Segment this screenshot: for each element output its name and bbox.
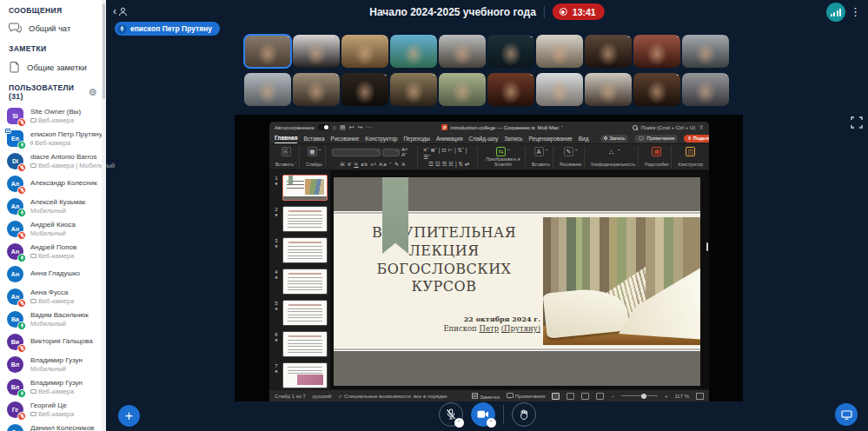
accessibility-status[interactable]: ✓ Специальные возможности: все в порядке bbox=[338, 393, 447, 399]
participant-video-tile[interactable]: ˇ bbox=[293, 73, 340, 106]
tile-options-chevron[interactable]: ˇ bbox=[627, 73, 630, 81]
tile-options-chevron[interactable]: ˇ bbox=[384, 35, 387, 43]
insert-group[interactable]: Aˇ Вставить bbox=[529, 146, 553, 168]
user-list-item[interactable]: Еп епископ Петр Прутяну Веб-камера bbox=[0, 127, 106, 149]
draw-group[interactable]: ✎ˇ Рисование bbox=[557, 146, 585, 168]
ppt-scrollbar[interactable] bbox=[706, 242, 708, 251]
sidebar-scrollbar[interactable] bbox=[102, 0, 106, 431]
font-group[interactable]: ˇˇA˄ Aˇ Ж К Ч ab x² Аa ˇ ✎ A bbox=[329, 146, 418, 168]
tile-options-chevron[interactable]: ˇ bbox=[287, 73, 289, 81]
notes-toggle[interactable]: Заметки bbox=[472, 393, 500, 400]
grid-view-icon[interactable] bbox=[567, 393, 574, 400]
slide-thumbnail-row[interactable]: 3★ bbox=[272, 237, 330, 267]
slide-thumbnail-row[interactable]: 2★ bbox=[272, 206, 330, 235]
participant-video-tile[interactable]: ˇ bbox=[487, 73, 534, 106]
participant-video-tile[interactable]: ˇ bbox=[293, 35, 340, 68]
zoom-level[interactable]: 117 % bbox=[674, 394, 689, 399]
add-button[interactable]: + bbox=[118, 405, 140, 427]
gear-icon[interactable]: ⚙ bbox=[89, 88, 97, 97]
active-speaker-pill[interactable]: епископ Петр Прутяну bbox=[115, 22, 220, 36]
zoom-out-button[interactable]: − bbox=[611, 394, 614, 399]
tile-options-chevron[interactable]: ˇ bbox=[433, 73, 435, 81]
participant-video-tile[interactable]: ˇ bbox=[244, 35, 291, 68]
autosave-toggle[interactable] bbox=[318, 124, 329, 130]
ppt-tab[interactable]: Анимация bbox=[436, 134, 463, 143]
user-list-item[interactable]: Да Даниил Колесников Веб-камера bbox=[0, 421, 106, 431]
share-icon[interactable]: ⇧ bbox=[699, 124, 704, 131]
slide-thumbnail-row[interactable]: 1★ bbox=[272, 175, 330, 204]
participant-video-tile[interactable]: ˇ bbox=[585, 35, 632, 68]
sidebar-item-general-chat[interactable]: Общий чат bbox=[0, 18, 106, 38]
tile-options-chevron[interactable]: ˇ bbox=[676, 35, 679, 43]
slide-thumbnail[interactable] bbox=[282, 237, 328, 263]
undo-icon[interactable]: ↩ bbox=[349, 124, 354, 131]
author-link[interactable]: Петр bbox=[479, 324, 499, 333]
home-icon[interactable]: ⌂ bbox=[333, 124, 336, 130]
user-list-item[interactable]: Ан Андрей Попов Веб-камера bbox=[0, 240, 106, 262]
connection-quality-indicator[interactable] bbox=[826, 3, 845, 22]
user-list-item[interactable]: Di diacre Antonio Barros Веб-камера | Мо… bbox=[0, 149, 106, 172]
tile-options-chevron[interactable]: ˇ bbox=[725, 73, 727, 81]
ppt-tab[interactable]: Рецензирование bbox=[528, 134, 572, 143]
user-list-item[interactable]: Ан Андрей Киоса Мобильный bbox=[0, 217, 106, 240]
sidebar-item-general-notes[interactable]: Общие заметки bbox=[0, 56, 106, 77]
participant-video-tile[interactable]: ˇ bbox=[536, 35, 583, 68]
ppt-tab[interactable]: Вставка bbox=[303, 134, 324, 143]
user-list-item[interactable]: Ге Георгий Це Веб-камера bbox=[0, 398, 106, 421]
user-list-item[interactable]: Ал Алексей Кузьмак Мобильный bbox=[0, 195, 106, 217]
ppt-tab[interactable]: Главная bbox=[275, 133, 297, 143]
addins-group[interactable]: ▦ Надстройки bbox=[642, 146, 672, 168]
ppt-tab[interactable]: Вид bbox=[579, 134, 589, 143]
user-list-item[interactable]: Вл Владимир Гузун Мобильный bbox=[0, 353, 106, 375]
participant-video-tile[interactable]: ˇ bbox=[439, 73, 486, 106]
tile-options-chevron[interactable]: ˇ bbox=[481, 73, 484, 81]
smartart-group[interactable]: ⇆ˇ Преобразовать в SmartArt bbox=[481, 146, 526, 168]
redo-icon[interactable]: ↪ bbox=[357, 124, 362, 131]
tile-options-chevron[interactable]: ˇ bbox=[335, 35, 338, 43]
tile-options-chevron[interactable]: ˇ bbox=[433, 35, 435, 43]
slide-thumbnail[interactable] bbox=[282, 331, 328, 357]
tile-options-chevron[interactable]: ˇ bbox=[384, 73, 387, 81]
ppt-tab[interactable]: Конструктор bbox=[365, 134, 397, 143]
user-list-item[interactable]: Ан Анна Фусса Веб-камера bbox=[0, 285, 106, 308]
search-shortcut[interactable]: Поиск (Cmd + Ctrl + U) bbox=[641, 125, 695, 130]
slide-thumbnail[interactable] bbox=[282, 206, 328, 232]
user-list-item[interactable]: Ва Вадим Васильчюк Мобильный bbox=[0, 308, 106, 330]
slide-thumbnail-row[interactable]: 6★ bbox=[272, 331, 330, 361]
tile-options-chevron[interactable]: ˇ bbox=[335, 73, 338, 81]
privacy-group[interactable]: ⛬ˇ Конфиденциальность bbox=[588, 146, 639, 168]
fullscreen-icon[interactable] bbox=[851, 116, 863, 129]
participant-video-tile[interactable]: ˇ bbox=[487, 35, 534, 68]
raise-hand-button[interactable] bbox=[512, 402, 536, 427]
participant-video-tile[interactable]: ˇ bbox=[682, 73, 729, 106]
slide-thumbnail-row[interactable]: 4★ bbox=[272, 269, 330, 298]
tile-options-chevron[interactable]: ˇ bbox=[530, 35, 533, 43]
ppt-tab[interactable]: Рисование bbox=[331, 134, 360, 143]
normal-view-icon[interactable] bbox=[552, 393, 560, 400]
zoom-slider[interactable] bbox=[621, 395, 658, 396]
tile-options-chevron[interactable]: ˇ bbox=[481, 35, 484, 43]
tile-options-chevron[interactable]: ˇ bbox=[579, 35, 581, 43]
language-indicator[interactable]: русский bbox=[313, 394, 332, 399]
slide-thumbnail-row[interactable]: 7★ bbox=[272, 362, 330, 389]
slide-thumbnail[interactable] bbox=[282, 175, 328, 201]
record-button[interactable]: Запись bbox=[600, 135, 628, 143]
author-link[interactable]: (Прутяну) bbox=[501, 324, 540, 333]
user-list-item[interactable]: Si Site Owner (Вы) Веб-камера bbox=[0, 104, 106, 127]
slide-thumbnail[interactable] bbox=[282, 362, 328, 388]
slide-thumbnail-row[interactable]: 5★ bbox=[272, 300, 330, 329]
tile-options-chevron[interactable]: ˇ bbox=[287, 35, 289, 43]
participant-video-tile[interactable]: ˇ bbox=[390, 35, 437, 68]
camera-options-badge[interactable]: ˇ bbox=[487, 418, 496, 428]
share-screen-button[interactable] bbox=[835, 403, 858, 426]
ppt-tab[interactable]: Слайд-шоу bbox=[468, 134, 498, 143]
participant-video-tile[interactable]: ˇ bbox=[585, 73, 632, 106]
slide-canvas[interactable]: ВСТУПИТЕЛЬНАЯ ЛЕКЦИЯ БОГОСЛОВСКИХ КУРСОВ… bbox=[334, 177, 700, 386]
paste-group[interactable]: ⎘ Вставить ˇ bbox=[273, 146, 300, 168]
participant-video-tile[interactable]: ˇ bbox=[633, 73, 680, 106]
ellipsis-icon[interactable]: ⋯ bbox=[366, 124, 372, 131]
slide-thumbnail[interactable] bbox=[282, 269, 328, 295]
slides-group[interactable]: ▦ˇ Слайды bbox=[303, 146, 326, 168]
user-list-item[interactable]: Ан Анна Гладушко bbox=[0, 262, 106, 285]
ppt-tab[interactable]: Запись bbox=[504, 134, 522, 143]
